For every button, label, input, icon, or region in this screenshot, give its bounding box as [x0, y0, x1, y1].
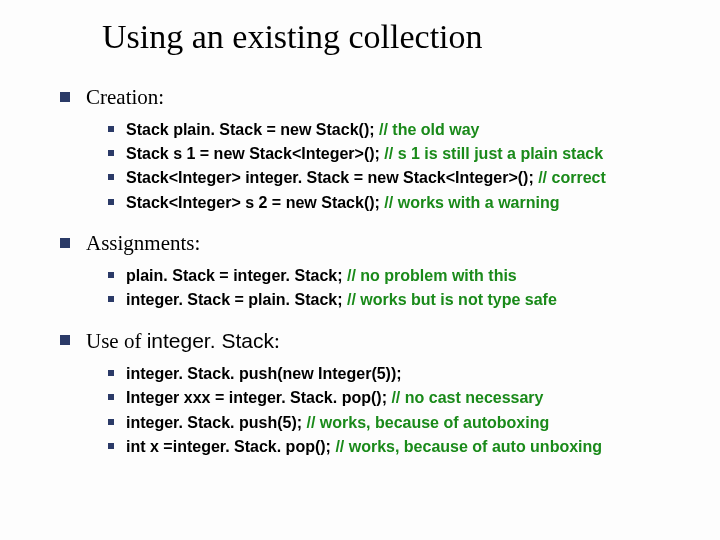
section-assignments: Assignments: plain. Stack = integer. Sta… — [60, 230, 680, 311]
square-bullet-icon — [108, 174, 114, 180]
square-bullet-icon — [108, 394, 114, 400]
comment-text: // s 1 is still just a plain stack — [384, 145, 603, 162]
list-item: Stack<Integer> s 2 = new Stack(); // wor… — [108, 192, 680, 214]
code-text: plain. Stack = integer. Stack; — [126, 267, 347, 284]
creation-items: Stack plain. Stack = new Stack(); // the… — [108, 119, 680, 213]
code-text: Stack<Integer> s 2 = new Stack(); — [126, 194, 384, 211]
code-text: Integer xxx = integer. Stack. pop(); — [126, 389, 391, 406]
list-item: integer. Stack = plain. Stack; // works … — [108, 289, 680, 311]
square-bullet-icon — [60, 92, 70, 102]
list-item: int x =integer. Stack. pop(); // works, … — [108, 436, 680, 458]
code-text: integer. Stack = plain. Stack; — [126, 291, 347, 308]
comment-text: // works, because of auto unboxing — [335, 438, 602, 455]
code-text: Stack s 1 = new Stack<Integer>(); — [126, 145, 384, 162]
square-bullet-icon — [108, 443, 114, 449]
list-item: plain. Stack = integer. Stack; // no pro… — [108, 265, 680, 287]
list-item: Stack s 1 = new Stack<Integer>(); // s 1… — [108, 143, 680, 165]
section-use: Use of integer. Stack: integer. Stack. p… — [60, 327, 680, 458]
comment-text: // works but is not type safe — [347, 291, 557, 308]
comment-text: // correct — [538, 169, 606, 186]
assignments-items: plain. Stack = integer. Stack; // no pro… — [108, 265, 680, 311]
square-bullet-icon — [108, 272, 114, 278]
list-item: Stack<Integer> integer. Stack = new Stac… — [108, 167, 680, 189]
section-label: Use of integer. Stack: — [86, 329, 280, 353]
square-bullet-icon — [108, 126, 114, 132]
code-text: integer. Stack. push(5); — [126, 414, 306, 431]
code-text: Stack<Integer> integer. Stack = new Stac… — [126, 169, 538, 186]
section-label: Assignments: — [86, 231, 200, 255]
comment-text: // no cast necessary — [391, 389, 543, 406]
code-text: int x =integer. Stack. pop(); — [126, 438, 335, 455]
list-item: Stack plain. Stack = new Stack(); // the… — [108, 119, 680, 141]
code-text: integer. Stack. push(new Integer(5)); — [126, 365, 402, 382]
square-bullet-icon — [108, 296, 114, 302]
square-bullet-icon — [108, 199, 114, 205]
section-label: Creation: — [86, 85, 164, 109]
list-item: Integer xxx = integer. Stack. pop(); // … — [108, 387, 680, 409]
content-list: Creation: Stack plain. Stack = new Stack… — [60, 84, 680, 458]
comment-text: // no problem with this — [347, 267, 517, 284]
square-bullet-icon — [60, 238, 70, 248]
list-item: integer. Stack. push(5); // works, becau… — [108, 412, 680, 434]
slide-container: Using an existing collection Creation: S… — [0, 0, 720, 540]
square-bullet-icon — [60, 335, 70, 345]
label-prefix: Use of — [86, 329, 147, 353]
label-suffix: : — [274, 329, 280, 353]
list-item: integer. Stack. push(new Integer(5)); — [108, 363, 680, 385]
label-code: integer. Stack — [147, 329, 274, 352]
use-items: integer. Stack. push(new Integer(5)); In… — [108, 363, 680, 457]
code-text: Stack plain. Stack = new Stack(); — [126, 121, 379, 138]
slide-title: Using an existing collection — [102, 18, 680, 56]
comment-text: // the old way — [379, 121, 479, 138]
square-bullet-icon — [108, 370, 114, 376]
square-bullet-icon — [108, 150, 114, 156]
comment-text: // works with a warning — [384, 194, 559, 211]
comment-text: // works, because of autoboxing — [306, 414, 549, 431]
section-creation: Creation: Stack plain. Stack = new Stack… — [60, 84, 680, 214]
square-bullet-icon — [108, 419, 114, 425]
